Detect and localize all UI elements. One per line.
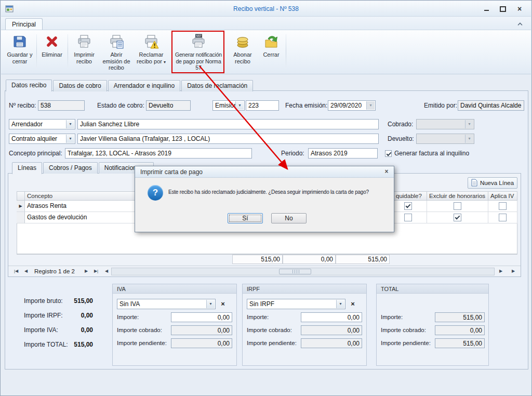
chevron-down-icon: ▾ bbox=[465, 120, 473, 128]
estado-cobro-label: Estado de cobro: bbox=[97, 100, 144, 111]
button-label: Eliminar bbox=[38, 51, 65, 58]
excluir-honorarios-checkbox[interactable] bbox=[454, 202, 461, 210]
chevron-down-icon: ▾ bbox=[465, 135, 473, 143]
next-record-button[interactable]: ▶ bbox=[82, 266, 90, 276]
excluir-honorarios-checkbox[interactable] bbox=[454, 214, 461, 221]
contrato-alquiler-field[interactable]: Javier Villena Galiana (Trafalgar, 123 ,… bbox=[77, 134, 379, 144]
arrendador-selector[interactable]: Arrendador▾ bbox=[9, 119, 75, 129]
prev-record-button[interactable]: ◀ bbox=[22, 266, 30, 276]
tab-datos-recibo[interactable]: Datos recibo bbox=[6, 80, 52, 91]
dialog-title-bar[interactable]: Imprimir carta de pago bbox=[135, 166, 394, 178]
screen: Recibo vertical - Nº 538 × Principal Gua… bbox=[0, 0, 532, 396]
liquidable-checkbox[interactable] bbox=[404, 202, 412, 210]
reclamar-recibo-button[interactable]: Reclamar recibo por ▾ bbox=[134, 32, 168, 72]
irpf-clear-button[interactable]: × bbox=[348, 299, 358, 309]
dialog-close-button[interactable]: × bbox=[382, 168, 391, 176]
periodo-field[interactable]: Atrasos 2019 bbox=[308, 148, 378, 159]
cobrado-label: Cobrado: bbox=[388, 119, 413, 129]
yes-button[interactable]: Sí bbox=[228, 213, 263, 223]
chevron-down-icon[interactable]: ▾ bbox=[66, 120, 74, 128]
tab-datos-de-cobro[interactable]: Datos de cobro bbox=[53, 80, 107, 91]
num-recibo-field[interactable]: 538 bbox=[38, 100, 85, 111]
iva-cobrado-label: Importe cobrado: bbox=[117, 325, 162, 335]
irpf-cobrado-label: Importe cobrado: bbox=[247, 325, 292, 335]
abonar-recibo-button[interactable]: Abonar recibo bbox=[229, 32, 257, 72]
liquidable-checkbox[interactable] bbox=[404, 214, 412, 221]
aplica-iva-checkbox[interactable] bbox=[499, 214, 507, 221]
total-pendiente-label: Importe pendiente: bbox=[381, 338, 431, 348]
first-record-button[interactable]: |◀ bbox=[11, 266, 21, 276]
grid-cell-excluir bbox=[427, 212, 488, 223]
iva-cobrado-field[interactable]: 0,00 bbox=[171, 325, 232, 335]
chevron-down-icon[interactable]: ▾ bbox=[66, 135, 74, 143]
grid-cell-liquidable bbox=[390, 201, 427, 212]
iva-clear-button[interactable]: × bbox=[218, 299, 228, 309]
ribbon-collapse-button[interactable] bbox=[515, 20, 525, 28]
fecha-emision-label: Fecha emisión: bbox=[285, 100, 327, 111]
guardar-y-cerrar-button[interactable]: Guardar y cerrar bbox=[5, 32, 34, 72]
estado-cobro-field[interactable]: Devuelto bbox=[146, 100, 191, 111]
ribbon-tab-principal[interactable]: Principal bbox=[5, 18, 43, 30]
emision-numero-field[interactable]: 223 bbox=[246, 100, 279, 111]
scroll-right-button[interactable]: ▶ bbox=[497, 266, 505, 276]
abrir-emision-button[interactable]: Abrir emisión de recibo bbox=[100, 32, 133, 72]
irpf-cobrado-field[interactable]: 0,00 bbox=[301, 325, 362, 335]
irpf-importe-field[interactable]: 0,00 bbox=[301, 312, 362, 322]
concepto-principal-field[interactable]: Trafalgar, 123, LOCAL - Atrasos 2019 bbox=[65, 148, 252, 159]
scroll-left-button[interactable]: ◀ bbox=[103, 266, 110, 276]
periodo-label: Periodo: bbox=[281, 148, 304, 159]
minimize-button[interactable] bbox=[479, 4, 494, 14]
aplica-iva-checkbox[interactable] bbox=[499, 202, 507, 210]
title-bar[interactable]: Recibo vertical - Nº 538 × bbox=[1, 1, 531, 17]
close-button[interactable]: × bbox=[512, 4, 527, 14]
scrollbar-thumb[interactable] bbox=[279, 269, 311, 274]
highlight-annotation-box bbox=[171, 31, 224, 73]
importe-bruto-value: 515,00 bbox=[68, 296, 93, 306]
emitido-por-field[interactable]: David Quintas Alcalde bbox=[458, 100, 524, 111]
grid-cell-excluir bbox=[427, 201, 488, 212]
chevron-up-icon bbox=[517, 22, 523, 26]
eliminar-button[interactable]: Eliminar bbox=[38, 32, 65, 72]
iva-pendiente-field[interactable]: 0,00 bbox=[171, 338, 232, 348]
chevron-down-icon[interactable]: ▾ bbox=[366, 101, 375, 110]
contrato-alquiler-selector[interactable]: Contrato alquiler▾ bbox=[9, 134, 75, 144]
iva-select[interactable]: Sin IVA▾ bbox=[117, 299, 216, 309]
dialog-message: Este recibo ha sido reclamado judicialme… bbox=[168, 189, 393, 195]
emision-combo[interactable]: Emisión▾ bbox=[212, 100, 245, 111]
iva-group-title: IVA bbox=[113, 284, 236, 294]
total-importe: 515,00 bbox=[232, 255, 283, 264]
grid-header-aplica-iva[interactable]: Aplica IV bbox=[488, 191, 517, 201]
tab-arrendador-inquilino[interactable]: Arrendador e inquilino bbox=[108, 80, 180, 91]
imprimir-recibo-button[interactable]: Imprimir recibo bbox=[70, 32, 99, 72]
nueva-linea-button[interactable]: Nueva Línea bbox=[468, 177, 517, 189]
irpf-select[interactable]: Sin IRPF▾ bbox=[247, 299, 345, 309]
chevron-down-icon[interactable]: ▾ bbox=[206, 300, 215, 308]
last-record-button[interactable]: ▶| bbox=[91, 266, 101, 276]
iva-importe-field[interactable]: 0,00 bbox=[171, 312, 232, 322]
no-button[interactable]: No bbox=[271, 213, 307, 223]
generar-factura-checkbox[interactable] bbox=[385, 150, 392, 157]
irpf-pendiente-field[interactable]: 0,00 bbox=[301, 338, 362, 348]
nueva-linea-label: Nueva Línea bbox=[480, 180, 514, 186]
tab-datos-reclamacion[interactable]: Datos de reclamación bbox=[181, 80, 253, 91]
window-controls: × bbox=[479, 4, 527, 14]
cerrar-button[interactable]: Cerrar bbox=[259, 32, 284, 72]
chevron-down-icon[interactable]: ▾ bbox=[336, 300, 344, 308]
subtab-cobros-pagos[interactable]: Cobros / Pagos bbox=[43, 162, 98, 174]
grid-cell-aplica bbox=[488, 212, 517, 223]
question-icon: ? bbox=[148, 185, 163, 201]
horizontal-scrollbar[interactable] bbox=[111, 268, 495, 275]
arrendador-field[interactable]: Julian Sanchez Llibre bbox=[77, 119, 379, 129]
app-window: Recibo vertical - Nº 538 × Principal Gua… bbox=[0, 0, 532, 396]
grid-header-excluir-honorarios[interactable]: Excluir de honorarios bbox=[427, 191, 488, 201]
total-cobrado: 0,00 bbox=[283, 255, 336, 264]
grid-cell-liquidable bbox=[390, 212, 427, 223]
fecha-emision-field[interactable]: 29/09/2020▾ bbox=[328, 100, 376, 111]
grid-header-liquidable[interactable]: quidable? bbox=[390, 191, 427, 201]
subtab-lineas[interactable]: Líneas bbox=[12, 162, 42, 174]
restore-button[interactable] bbox=[496, 4, 510, 14]
button-label: Cerrar bbox=[259, 51, 284, 58]
button-label: Reclamar recibo por ▾ bbox=[134, 51, 168, 65]
chevron-down-icon[interactable]: ▾ bbox=[235, 101, 244, 110]
scroll-right-edge-button[interactable]: ▶ bbox=[509, 266, 517, 276]
